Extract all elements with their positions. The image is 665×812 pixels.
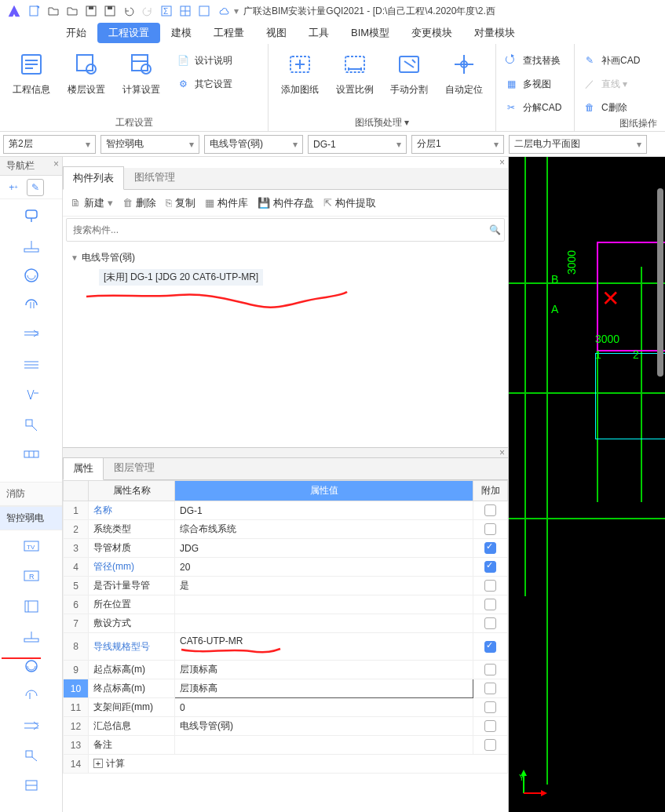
rb-add-drawing[interactable]: 添加图纸 xyxy=(273,47,327,108)
prop-row[interactable]: 2系统类型综合布线系统 xyxy=(64,520,508,539)
btn-new[interactable]: 🗎新建 ▾ xyxy=(68,195,116,212)
btn-extract[interactable]: ⇱构件提取 xyxy=(320,195,379,212)
prop-row[interactable]: 12汇总信息电线导管(弱) xyxy=(64,717,508,736)
prop-row[interactable]: 6所在位置 xyxy=(64,595,508,614)
checkbox[interactable] xyxy=(484,664,496,675)
rail-conduit-weak-icon[interactable] xyxy=(21,657,42,675)
tab-component-list[interactable]: 构件列表 xyxy=(63,166,124,190)
combo-major[interactable]: 智控弱电▾ xyxy=(100,135,199,154)
rb-calc-settings[interactable]: 计算设置 xyxy=(115,47,168,108)
combo-type[interactable]: 电线导管(弱)▾ xyxy=(204,135,303,154)
menu-start[interactable]: 开始 xyxy=(55,23,97,43)
menu-compare[interactable]: 对量模块 xyxy=(463,23,526,43)
rail-u-icon[interactable] xyxy=(21,628,42,645)
btn-copy[interactable]: ⎘复制 xyxy=(163,195,199,212)
checkbox[interactable] xyxy=(484,542,496,554)
rail-cable2-icon[interactable] xyxy=(21,717,42,734)
rb-explode-cad[interactable]: ✂分解CAD xyxy=(501,99,569,116)
checkbox[interactable] xyxy=(484,739,496,751)
splitter[interactable]: × xyxy=(63,447,508,458)
tab-drawing-mgmt[interactable]: 图纸管理 xyxy=(124,166,185,189)
combo-floor[interactable]: 第2层▾ xyxy=(3,135,96,154)
checkbox[interactable] xyxy=(484,580,496,592)
btn-save-comp[interactable]: 💾构件存盘 xyxy=(254,195,317,212)
rail-hanger-icon[interactable] xyxy=(21,416,42,433)
tab-properties[interactable]: 属性 xyxy=(63,457,104,480)
qat-undo-icon[interactable] xyxy=(119,2,138,20)
rail-tv-icon[interactable]: TV xyxy=(21,538,42,555)
nav-add-icon[interactable]: ++ xyxy=(5,179,22,196)
rb-multi-view[interactable]: ▦多视图 xyxy=(501,75,569,93)
qat-save-icon[interactable] xyxy=(82,2,100,20)
checkbox[interactable] xyxy=(484,599,496,610)
rb-caption-2[interactable]: 图纸预处理 ▾ xyxy=(273,114,491,131)
qat-new-icon[interactable] xyxy=(25,2,44,20)
rail-plug-icon[interactable] xyxy=(21,297,42,314)
prop-row[interactable]: 4管径(mm)20 xyxy=(64,558,508,577)
checkbox[interactable] xyxy=(484,720,496,732)
menu-bim[interactable]: BIM模型 xyxy=(340,23,400,43)
rail-hanger2-icon[interactable] xyxy=(21,747,42,764)
qat-open2-icon[interactable] xyxy=(63,2,82,20)
rail-ground-icon[interactable] xyxy=(21,386,42,403)
qat-grid-icon[interactable] xyxy=(176,2,195,20)
rail-light-icon[interactable] xyxy=(21,207,42,224)
qat-sum-icon[interactable]: Σ xyxy=(157,2,176,20)
rb-design-desc[interactable]: 📄设计说明 xyxy=(173,52,236,69)
search-icon[interactable]: 🔍 xyxy=(485,224,504,235)
tree-root[interactable]: ▼电线导管(弱) xyxy=(71,249,500,266)
qat-cloud-icon[interactable] xyxy=(214,2,232,20)
menu-modeling[interactable]: 建模 xyxy=(160,23,203,43)
combo-layer[interactable]: 分层1▾ xyxy=(411,135,504,154)
prop-row[interactable]: 11支架间距(mm)0 xyxy=(64,698,508,717)
prop-row[interactable]: 9起点标高(m)层顶标高 xyxy=(64,661,508,679)
search-input[interactable] xyxy=(67,224,485,235)
prop-row[interactable]: 3导管材质JDG xyxy=(64,539,508,558)
rail-tray-icon[interactable] xyxy=(21,356,42,373)
qat-redo-icon[interactable] xyxy=(138,2,157,20)
nav-edit-icon[interactable]: ✎ xyxy=(27,179,44,196)
rb-set-scale[interactable]: 设置比例 xyxy=(328,47,382,108)
rail-bridge-icon[interactable] xyxy=(21,446,42,463)
expand-icon[interactable]: + xyxy=(93,759,103,768)
rail-box-icon[interactable] xyxy=(21,777,42,794)
prop-row-calc[interactable]: 14 +计算 xyxy=(64,755,508,774)
checkbox[interactable] xyxy=(484,683,496,694)
prop-row[interactable]: 7敷设方式 xyxy=(64,614,508,633)
menu-tools[interactable]: 工具 xyxy=(298,23,340,43)
nav-close-icon[interactable]: × xyxy=(53,158,59,169)
btn-delete[interactable]: 🗑删除 xyxy=(119,195,159,212)
rail-switch-icon[interactable] xyxy=(21,237,42,254)
btn-lib[interactable]: ▦构件库 xyxy=(202,195,251,212)
checkbox[interactable] xyxy=(484,701,496,713)
rb-other-settings[interactable]: ⚙其它设置 xyxy=(173,75,236,93)
tree-leaf[interactable]: [未用] DG-1 [JDG 20 CAT6-UTP-MR] xyxy=(99,269,263,286)
menu-quantity[interactable]: 工程量 xyxy=(203,23,255,43)
rb-append-cad[interactable]: ✎补画CAD xyxy=(579,52,660,69)
qat-saveas-icon[interactable] xyxy=(100,2,119,20)
rb-find-replace[interactable]: 查找替换 xyxy=(501,52,569,69)
checkbox[interactable] xyxy=(484,561,496,573)
rail-section-weak[interactable]: 智控弱电 xyxy=(0,506,62,530)
rb-line[interactable]: ／直线 ▾ xyxy=(579,75,660,93)
menu-view[interactable]: 视图 xyxy=(255,23,298,43)
rail-socket-icon[interactable] xyxy=(21,267,42,284)
mid-close-icon[interactable]: × xyxy=(499,157,505,168)
rb-project-info[interactable]: 工程信息 xyxy=(5,47,58,108)
prop-row[interactable]: 5是否计量导管是 xyxy=(64,577,508,595)
rb-c-delete[interactable]: 🗑C删除 xyxy=(579,99,660,116)
checkbox[interactable] xyxy=(484,523,496,535)
qat-report-icon[interactable] xyxy=(195,2,214,20)
combo-drawing[interactable]: 二层电力平面图▾ xyxy=(509,135,647,154)
qat-open-icon[interactable] xyxy=(44,2,63,20)
rail-section-fire[interactable]: 消防 xyxy=(0,482,62,506)
rb-manual-split[interactable]: 手动分割 xyxy=(383,47,437,108)
checkbox[interactable] xyxy=(484,504,496,516)
cad-viewport[interactable]: B A 3000 3000 1 2 ✕ Y xyxy=(509,157,665,812)
rail-panel-icon[interactable] xyxy=(21,598,42,615)
checkbox[interactable] xyxy=(484,617,496,629)
rail-cable-icon[interactable] xyxy=(21,326,42,344)
menu-project-settings[interactable]: 工程设置 xyxy=(97,23,160,43)
prop-row[interactable]: 13备注 xyxy=(64,736,508,755)
menu-change[interactable]: 变更模块 xyxy=(400,23,463,43)
